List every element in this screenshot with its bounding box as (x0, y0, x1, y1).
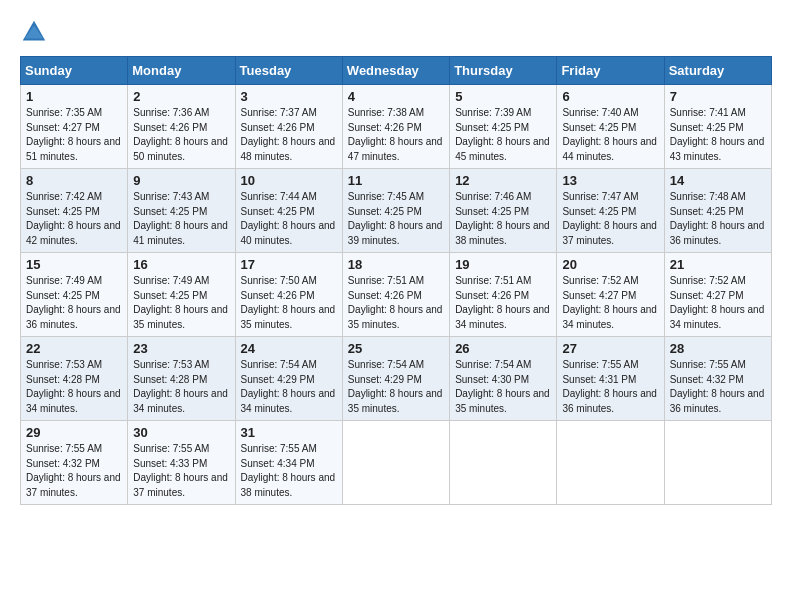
day-info: Sunrise: 7:50 AMSunset: 4:26 PMDaylight:… (241, 275, 336, 330)
calendar-cell: 24Sunrise: 7:54 AMSunset: 4:29 PMDayligh… (235, 337, 342, 421)
svg-marker-1 (25, 25, 44, 38)
day-info: Sunrise: 7:42 AMSunset: 4:25 PMDaylight:… (26, 191, 121, 246)
day-number: 8 (26, 173, 122, 188)
day-info: Sunrise: 7:48 AMSunset: 4:25 PMDaylight:… (670, 191, 765, 246)
calendar-cell: 20Sunrise: 7:52 AMSunset: 4:27 PMDayligh… (557, 253, 664, 337)
day-number: 16 (133, 257, 229, 272)
calendar-cell: 6Sunrise: 7:40 AMSunset: 4:25 PMDaylight… (557, 85, 664, 169)
day-header-friday: Friday (557, 57, 664, 85)
day-info: Sunrise: 7:54 AMSunset: 4:29 PMDaylight:… (241, 359, 336, 414)
calendar-cell: 16Sunrise: 7:49 AMSunset: 4:25 PMDayligh… (128, 253, 235, 337)
day-info: Sunrise: 7:40 AMSunset: 4:25 PMDaylight:… (562, 107, 657, 162)
calendar-cell: 5Sunrise: 7:39 AMSunset: 4:25 PMDaylight… (450, 85, 557, 169)
day-number: 9 (133, 173, 229, 188)
calendar-cell: 23Sunrise: 7:53 AMSunset: 4:28 PMDayligh… (128, 337, 235, 421)
calendar-week-2: 8Sunrise: 7:42 AMSunset: 4:25 PMDaylight… (21, 169, 772, 253)
calendar-cell: 10Sunrise: 7:44 AMSunset: 4:25 PMDayligh… (235, 169, 342, 253)
calendar-cell: 27Sunrise: 7:55 AMSunset: 4:31 PMDayligh… (557, 337, 664, 421)
calendar-cell: 11Sunrise: 7:45 AMSunset: 4:25 PMDayligh… (342, 169, 449, 253)
calendar-cell: 2Sunrise: 7:36 AMSunset: 4:26 PMDaylight… (128, 85, 235, 169)
day-number: 5 (455, 89, 551, 104)
day-number: 24 (241, 341, 337, 356)
calendar-week-5: 29Sunrise: 7:55 AMSunset: 4:32 PMDayligh… (21, 421, 772, 505)
day-info: Sunrise: 7:53 AMSunset: 4:28 PMDaylight:… (26, 359, 121, 414)
day-info: Sunrise: 7:55 AMSunset: 4:31 PMDaylight:… (562, 359, 657, 414)
calendar-cell: 21Sunrise: 7:52 AMSunset: 4:27 PMDayligh… (664, 253, 771, 337)
day-info: Sunrise: 7:55 AMSunset: 4:32 PMDaylight:… (670, 359, 765, 414)
day-number: 15 (26, 257, 122, 272)
calendar-cell: 29Sunrise: 7:55 AMSunset: 4:32 PMDayligh… (21, 421, 128, 505)
day-info: Sunrise: 7:52 AMSunset: 4:27 PMDaylight:… (562, 275, 657, 330)
calendar-week-1: 1Sunrise: 7:35 AMSunset: 4:27 PMDaylight… (21, 85, 772, 169)
day-info: Sunrise: 7:53 AMSunset: 4:28 PMDaylight:… (133, 359, 228, 414)
day-number: 30 (133, 425, 229, 440)
calendar-cell: 26Sunrise: 7:54 AMSunset: 4:30 PMDayligh… (450, 337, 557, 421)
day-header-monday: Monday (128, 57, 235, 85)
day-info: Sunrise: 7:51 AMSunset: 4:26 PMDaylight:… (348, 275, 443, 330)
calendar-cell: 28Sunrise: 7:55 AMSunset: 4:32 PMDayligh… (664, 337, 771, 421)
day-number: 18 (348, 257, 444, 272)
day-info: Sunrise: 7:37 AMSunset: 4:26 PMDaylight:… (241, 107, 336, 162)
day-number: 11 (348, 173, 444, 188)
day-info: Sunrise: 7:55 AMSunset: 4:32 PMDaylight:… (26, 443, 121, 498)
day-number: 19 (455, 257, 551, 272)
page-container: SundayMondayTuesdayWednesdayThursdayFrid… (0, 0, 792, 515)
calendar-cell: 17Sunrise: 7:50 AMSunset: 4:26 PMDayligh… (235, 253, 342, 337)
calendar-header: SundayMondayTuesdayWednesdayThursdayFrid… (21, 57, 772, 85)
day-number: 1 (26, 89, 122, 104)
day-info: Sunrise: 7:49 AMSunset: 4:25 PMDaylight:… (133, 275, 228, 330)
calendar-cell: 1Sunrise: 7:35 AMSunset: 4:27 PMDaylight… (21, 85, 128, 169)
day-number: 10 (241, 173, 337, 188)
calendar-cell: 14Sunrise: 7:48 AMSunset: 4:25 PMDayligh… (664, 169, 771, 253)
day-info: Sunrise: 7:54 AMSunset: 4:29 PMDaylight:… (348, 359, 443, 414)
calendar-cell: 7Sunrise: 7:41 AMSunset: 4:25 PMDaylight… (664, 85, 771, 169)
calendar-cell: 25Sunrise: 7:54 AMSunset: 4:29 PMDayligh… (342, 337, 449, 421)
day-info: Sunrise: 7:39 AMSunset: 4:25 PMDaylight:… (455, 107, 550, 162)
day-info: Sunrise: 7:55 AMSunset: 4:34 PMDaylight:… (241, 443, 336, 498)
day-header-thursday: Thursday (450, 57, 557, 85)
day-number: 7 (670, 89, 766, 104)
day-info: Sunrise: 7:51 AMSunset: 4:26 PMDaylight:… (455, 275, 550, 330)
day-number: 27 (562, 341, 658, 356)
day-header-saturday: Saturday (664, 57, 771, 85)
calendar-cell (450, 421, 557, 505)
calendar-cell (342, 421, 449, 505)
day-number: 28 (670, 341, 766, 356)
calendar-cell: 19Sunrise: 7:51 AMSunset: 4:26 PMDayligh… (450, 253, 557, 337)
day-number: 2 (133, 89, 229, 104)
day-number: 26 (455, 341, 551, 356)
calendar-cell: 8Sunrise: 7:42 AMSunset: 4:25 PMDaylight… (21, 169, 128, 253)
day-number: 3 (241, 89, 337, 104)
calendar-cell: 3Sunrise: 7:37 AMSunset: 4:26 PMDaylight… (235, 85, 342, 169)
calendar-cell: 13Sunrise: 7:47 AMSunset: 4:25 PMDayligh… (557, 169, 664, 253)
day-info: Sunrise: 7:52 AMSunset: 4:27 PMDaylight:… (670, 275, 765, 330)
day-info: Sunrise: 7:49 AMSunset: 4:25 PMDaylight:… (26, 275, 121, 330)
day-number: 20 (562, 257, 658, 272)
calendar-cell: 12Sunrise: 7:46 AMSunset: 4:25 PMDayligh… (450, 169, 557, 253)
day-number: 17 (241, 257, 337, 272)
day-info: Sunrise: 7:54 AMSunset: 4:30 PMDaylight:… (455, 359, 550, 414)
calendar-cell: 22Sunrise: 7:53 AMSunset: 4:28 PMDayligh… (21, 337, 128, 421)
day-info: Sunrise: 7:55 AMSunset: 4:33 PMDaylight:… (133, 443, 228, 498)
calendar-cell: 4Sunrise: 7:38 AMSunset: 4:26 PMDaylight… (342, 85, 449, 169)
day-info: Sunrise: 7:45 AMSunset: 4:25 PMDaylight:… (348, 191, 443, 246)
calendar-cell: 15Sunrise: 7:49 AMSunset: 4:25 PMDayligh… (21, 253, 128, 337)
calendar-cell: 30Sunrise: 7:55 AMSunset: 4:33 PMDayligh… (128, 421, 235, 505)
day-header-wednesday: Wednesday (342, 57, 449, 85)
calendar-week-4: 22Sunrise: 7:53 AMSunset: 4:28 PMDayligh… (21, 337, 772, 421)
calendar-body: 1Sunrise: 7:35 AMSunset: 4:27 PMDaylight… (21, 85, 772, 505)
day-number: 6 (562, 89, 658, 104)
calendar-cell (664, 421, 771, 505)
page-header (20, 18, 772, 46)
day-number: 31 (241, 425, 337, 440)
logo-icon (20, 18, 48, 46)
calendar-cell: 9Sunrise: 7:43 AMSunset: 4:25 PMDaylight… (128, 169, 235, 253)
day-info: Sunrise: 7:47 AMSunset: 4:25 PMDaylight:… (562, 191, 657, 246)
logo (20, 18, 50, 46)
calendar-cell: 18Sunrise: 7:51 AMSunset: 4:26 PMDayligh… (342, 253, 449, 337)
day-number: 25 (348, 341, 444, 356)
calendar-cell: 31Sunrise: 7:55 AMSunset: 4:34 PMDayligh… (235, 421, 342, 505)
day-number: 12 (455, 173, 551, 188)
calendar-cell (557, 421, 664, 505)
day-number: 14 (670, 173, 766, 188)
